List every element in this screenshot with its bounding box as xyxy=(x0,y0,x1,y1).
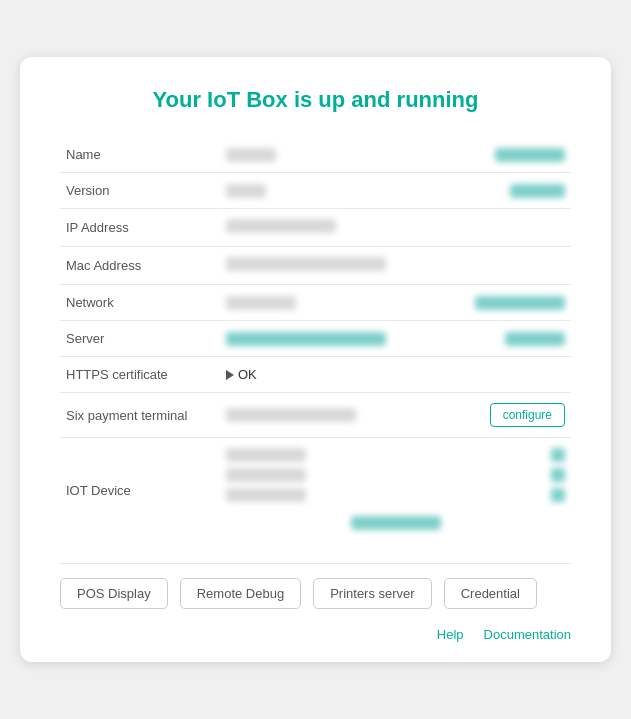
server-action-blurred xyxy=(505,332,565,346)
https-row: HTTPS certificate OK xyxy=(60,357,571,393)
iot-item-1 xyxy=(226,448,565,462)
network-action-blurred xyxy=(475,296,565,310)
network-row: Network xyxy=(60,285,571,321)
iot-item-2-icon xyxy=(551,468,565,482)
name-value xyxy=(220,137,571,173)
page-title: Your IoT Box is up and running xyxy=(60,87,571,113)
mac-address-value xyxy=(220,247,571,285)
six-payment-row: Six payment terminal configure xyxy=(60,393,571,438)
pos-display-button[interactable]: POS Display xyxy=(60,578,168,609)
help-link[interactable]: Help xyxy=(437,627,464,642)
iot-item-2 xyxy=(226,468,565,482)
mac-address-row: Mac Address xyxy=(60,247,571,285)
version-blurred xyxy=(226,184,266,198)
version-label: Version xyxy=(60,173,220,209)
iot-device-row: IOT Device xyxy=(60,438,571,544)
iot-item-1-icon xyxy=(551,448,565,462)
https-status: OK xyxy=(238,367,257,382)
server-label: Server xyxy=(60,321,220,357)
https-value: OK xyxy=(220,357,571,393)
six-payment-label: Six payment terminal xyxy=(60,393,220,438)
name-label: Name xyxy=(60,137,220,173)
mac-address-blurred xyxy=(226,257,386,271)
version-row: Version xyxy=(60,173,571,209)
version-value xyxy=(220,173,571,209)
iot-device-value xyxy=(220,438,571,544)
network-label: Network xyxy=(60,285,220,321)
name-blurred xyxy=(226,148,276,162)
six-payment-value: configure xyxy=(220,393,571,438)
configure-button[interactable]: configure xyxy=(490,403,565,427)
remote-debug-button[interactable]: Remote Debug xyxy=(180,578,301,609)
documentation-link[interactable]: Documentation xyxy=(484,627,571,642)
iot-action-area xyxy=(226,516,565,533)
network-value xyxy=(220,285,571,321)
iot-item-3-icon xyxy=(551,488,565,502)
iot-item-1-blurred xyxy=(226,448,306,462)
info-table: Name Version IP Address xyxy=(60,137,571,543)
ip-address-label: IP Address xyxy=(60,209,220,247)
six-payment-blurred xyxy=(226,408,356,422)
iot-device-label: IOT Device xyxy=(60,438,220,544)
footer-links: Help Documentation xyxy=(60,621,571,642)
version-action-blurred xyxy=(510,184,565,198)
iot-action-blurred xyxy=(351,516,441,530)
iot-item-3-blurred xyxy=(226,488,306,502)
name-action-blurred xyxy=(495,148,565,162)
iot-item-3 xyxy=(226,488,565,502)
iot-item-2-blurred xyxy=(226,468,306,482)
credential-button[interactable]: Credential xyxy=(444,578,537,609)
ip-address-row: IP Address xyxy=(60,209,571,247)
server-row: Server xyxy=(60,321,571,357)
main-card: Your IoT Box is up and running Name Vers… xyxy=(20,57,611,662)
ip-address-blurred xyxy=(226,219,336,233)
server-blurred xyxy=(226,332,386,346)
server-value xyxy=(220,321,571,357)
network-blurred xyxy=(226,296,296,310)
printers-server-button[interactable]: Printers server xyxy=(313,578,432,609)
name-row: Name xyxy=(60,137,571,173)
footer-buttons: POS Display Remote Debug Printers server… xyxy=(60,563,571,609)
triangle-icon xyxy=(226,370,234,380)
mac-address-label: Mac Address xyxy=(60,247,220,285)
ip-address-value xyxy=(220,209,571,247)
https-label: HTTPS certificate xyxy=(60,357,220,393)
